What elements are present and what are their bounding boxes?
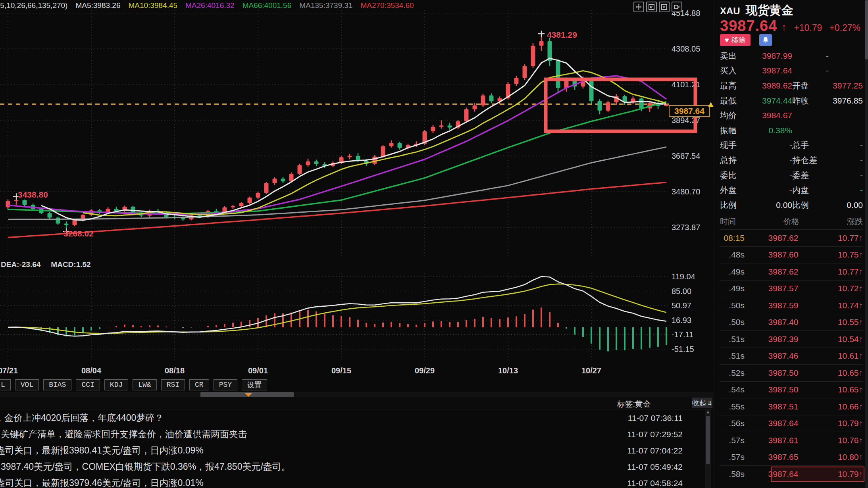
splitter-grip[interactable] [200, 392, 294, 397]
tab-l[interactable]: L [0, 379, 11, 390]
pane-corner-icon[interactable] [646, 2, 657, 12]
tick-price: 3987.46 [745, 351, 822, 361]
tick-price: 3987.62 [745, 233, 822, 243]
svg-text:08/04: 08/04 [81, 366, 102, 375]
svg-text:3268.02: 3268.02 [64, 229, 94, 238]
tick-price: 3987.59 [745, 301, 822, 310]
panel-scrollbar[interactable] [865, 0, 868, 488]
quote-row: 委比-委差- [720, 168, 863, 183]
tick-row: .49s3987.6210.77↑ [720, 263, 863, 280]
scrollbar-thumb[interactable] [706, 416, 710, 464]
tab-psy[interactable]: PSY [214, 379, 237, 390]
svg-text:3480.70: 3480.70 [672, 187, 700, 196]
tick-header-cell: 时间 [720, 216, 756, 227]
news-title: 3987.40美元/盎司，COMEX白银期货下跌0.36%，报47.850美元/… [1, 461, 291, 473]
tick-change: 10.77↑ [822, 267, 863, 277]
quote-row: 最高3989.62开盘3977.25 [720, 78, 863, 93]
tick-price: 3987.40 [745, 317, 822, 327]
news-item[interactable]: ，金价上冲4020后回落，年底4400梦碎？11-07 07:36:11 [0, 410, 704, 426]
tick-price: 3987.50 [745, 385, 822, 394]
svg-text:07/21: 07/21 [0, 366, 18, 375]
alert-bell-button[interactable] [759, 34, 772, 46]
news-item[interactable]: 关键矿产清单，避险需求回升支撑金价，油价遭供需两面夹击11-07 07:29:5… [0, 426, 704, 442]
svg-text:3273.87: 3273.87 [672, 223, 700, 232]
quote-cell: - [829, 185, 863, 195]
news-tag-label: 标签:黄金 [617, 399, 651, 409]
tick-time: .51s [720, 334, 745, 344]
tick-time: 08:15 [720, 233, 745, 243]
pane-splitter[interactable] [0, 392, 714, 397]
quote-cell: 买入 [720, 65, 754, 76]
symbol-code: XAU [720, 6, 740, 17]
news-item[interactable]: 盎司关口，最新报3979.46美元/盎司，日内涨0.01%11-07 04:58… [0, 475, 704, 488]
news-title: 盎司关口，最新报3980.41美元/盎司，日内涨0.09% [0, 444, 204, 457]
ma-value-label: MA5:3983.26 [75, 1, 120, 10]
tab-lw&[interactable]: LW& [133, 379, 156, 390]
quote-cell: 3989.62 [754, 81, 792, 90]
tick-time: .55s [720, 402, 745, 411]
news-item[interactable]: 盎司关口，最新报3980.41美元/盎司，日内涨0.09%11-07 07:04… [0, 442, 704, 459]
quote-cell: - [792, 66, 829, 75]
tick-price: 3987.50 [745, 368, 822, 378]
news-timestamp: 11-07 07:04:22 [627, 446, 683, 455]
quote-cell: 委比 [720, 170, 754, 181]
tick-price: 3987.57 [745, 284, 822, 293]
tab-vol[interactable]: VOL [15, 379, 39, 390]
tick-change: 10.72↑ [822, 284, 863, 293]
collapse-label: 收起 [692, 398, 706, 408]
tick-row: .57s3987.6510.80↑ [720, 449, 863, 466]
last-price: 3987.64 [720, 17, 777, 35]
tab-cci[interactable]: CCI [76, 379, 100, 390]
svg-text:50.97: 50.97 [672, 301, 691, 310]
candlestick-chart[interactable]: 4514.884308.054101.213894.373687.543480.… [0, 0, 714, 377]
quote-cell: 持仓差 [792, 155, 829, 166]
tick-price: 3987.60 [745, 250, 822, 259]
quote-cell: 昨收 [792, 95, 829, 106]
chart-toolbar [633, 2, 682, 12]
quote-cell: - [792, 51, 829, 61]
tick-price: 3987.51 [745, 402, 822, 411]
tab-kdj[interactable]: KDJ [104, 379, 128, 390]
svg-text:3687.54: 3687.54 [672, 152, 700, 160]
tick-price: 3987.62 [745, 267, 822, 277]
quote-panel: XAU 现货黄金 3987.64 ↑ +10.79 +0.27% ♥ 移除 卖出… [714, 0, 868, 488]
tab-bias[interactable]: BIAS [43, 379, 71, 390]
news-title: 盎司关口，最新报3979.46美元/盎司，日内涨0.01% [0, 477, 204, 488]
macd-label: MACD:1.52 [51, 260, 90, 269]
collapse-arrow-icon [245, 393, 252, 397]
scrollbar-thumb[interactable] [865, 0, 868, 60]
tick-change: 10.75↑ [822, 250, 863, 259]
pane-play-icon[interactable] [659, 2, 670, 12]
news-item[interactable]: 3987.40美元/盎司，COMEX白银期货下跌0.36%，报47.850美元/… [0, 459, 704, 475]
quote-cell: 内盘 [792, 184, 829, 196]
scroll-up-icon[interactable]: ▲ [705, 409, 711, 415]
ma-indicator-bar: (5,10,26,66,135,270) MA5:3983.26MA10:398… [0, 1, 414, 10]
chart-area[interactable]: 4514.884308.054101.213894.373687.543480.… [0, 0, 714, 488]
tab-cr[interactable]: CR [189, 379, 209, 390]
quote-cell: 振幅 [720, 125, 754, 136]
bell-icon [762, 37, 769, 44]
svg-text:10/13: 10/13 [498, 366, 518, 375]
pane-expand-icon[interactable] [672, 2, 682, 12]
news-timestamp: 11-07 04:58:24 [627, 478, 683, 488]
tick-change: 10.61↑ [822, 351, 863, 361]
tick-change: 10.65↑ [822, 385, 863, 394]
quote-cell: 最高 [720, 80, 754, 91]
collapse-news-button[interactable]: 收起⇊ [692, 398, 712, 408]
price-change-pct: +0.27% [829, 23, 860, 33]
tick-header-cell: 价格 [756, 216, 827, 227]
quote-cell: 卖出 [720, 50, 754, 61]
news-timestamp: 11-07 07:29:52 [627, 430, 683, 439]
tick-price: 3987.64 [745, 419, 822, 428]
tick-change: 10.55↑ [822, 317, 863, 327]
tab-rsi[interactable]: RSI [161, 379, 185, 390]
tab-设置[interactable]: 设置 [242, 379, 267, 390]
crosshair-icon[interactable] [633, 2, 644, 12]
remove-watchlist-button[interactable]: ♥ 移除 [720, 34, 751, 46]
news-timestamp: 11-07 05:49:42 [627, 462, 683, 472]
news-scrollbar[interactable]: ▲ [705, 409, 711, 488]
tick-time: .58s [720, 469, 745, 479]
news-header: 标签:黄金 收起⇊ [0, 397, 714, 409]
tick-time: .49s [720, 284, 745, 293]
quote-row: 比例0.00比例0.00 [720, 198, 863, 213]
